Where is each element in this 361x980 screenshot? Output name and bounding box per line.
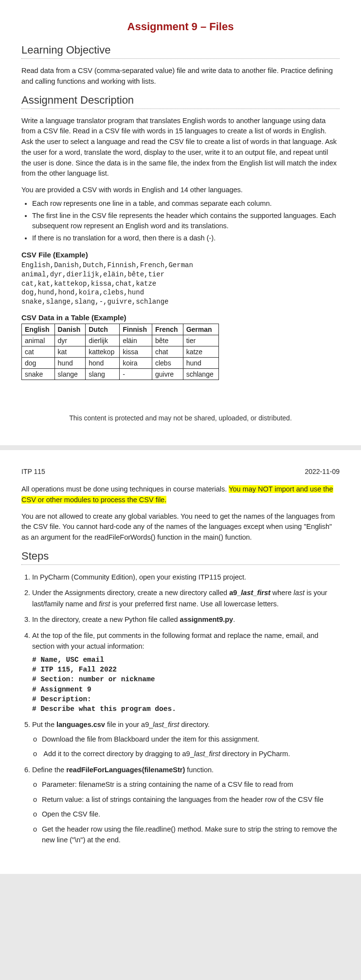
text: Put the [32, 721, 56, 728]
td: katze [183, 346, 218, 358]
page-1: Assignment 9 – Files Learning Objective … [0, 0, 361, 445]
ital: last [293, 589, 305, 597]
th: Danish [54, 324, 86, 335]
text: All operations must be done using techni… [21, 485, 229, 493]
td: clebs [152, 358, 183, 369]
text: file in your a9_ [105, 721, 153, 728]
sub-item: Get the header row using the file.readli… [42, 824, 340, 846]
td: chat [152, 346, 183, 358]
learning-text: Read data from a CSV (comma-separated va… [21, 66, 340, 87]
th: Finnish [120, 324, 152, 335]
divider [21, 58, 340, 59]
ital: last_first [153, 721, 179, 728]
sub-item: Return value: a list of strings containi… [42, 794, 340, 805]
text: is your preferred first name. Use all lo… [110, 600, 279, 608]
td: slange [54, 369, 86, 380]
step-3: In the directory, create a new Python fi… [32, 614, 340, 625]
td: hund [54, 358, 86, 369]
divider [21, 564, 340, 565]
td: dog [22, 358, 55, 369]
divider [21, 109, 340, 109]
course-code: ITP 115 [21, 468, 45, 475]
csv-table: English Danish Dutch Finnish French Germ… [21, 324, 219, 380]
step-5: Put the languages.csv file in your a9_la… [32, 719, 340, 760]
sub-item: Download the file from Blackboard under … [42, 734, 340, 744]
td: hond [86, 358, 120, 369]
desc-p1: Write a language translator program that… [21, 116, 340, 180]
td: kissa [120, 346, 152, 358]
section-description: Assignment Description [21, 94, 340, 107]
sub-item: Add it to the correct directory by dragg… [42, 748, 340, 759]
csv-table-head: CSV Data in a Table (Example) [21, 313, 340, 322]
p2-restriction: All operations must be done using techni… [21, 484, 340, 506]
th: French [152, 324, 183, 335]
ital: first [99, 600, 110, 608]
text: where [271, 589, 294, 597]
doc-title: Assignment 9 – Files [21, 20, 340, 33]
sub-list: Parameter: filenameStr is a string conta… [32, 779, 340, 845]
text: Under the Assignments directory, create … [32, 589, 229, 597]
desc-p2: You are provided a CSV with words in Eng… [21, 185, 340, 196]
bold: languages.csv [56, 721, 105, 728]
bold: assignment9.py [180, 616, 234, 623]
bullet: If there is no translation for a word, t… [32, 233, 340, 244]
td: cat [22, 346, 55, 358]
page-2: ITP 115 2022-11-09 All operations must b… [0, 450, 361, 874]
section-steps: Steps [21, 550, 340, 563]
bullet: The first line in the CSV file represent… [32, 211, 340, 232]
text: . [233, 616, 235, 623]
td: koira [120, 358, 152, 369]
th: Dutch [86, 324, 120, 335]
text: Define the [32, 766, 66, 774]
td: kattekop [86, 346, 120, 358]
section-learning: Learning Objective [21, 44, 340, 56]
p2-globals: You are not allowed to create any global… [21, 511, 340, 543]
text: Add it to the correct directory by dragg… [43, 750, 194, 758]
code-comment: # Name, USC email # ITP 115, Fall 2022 #… [32, 655, 340, 714]
step-1: In PyCharm (Community Edition), open you… [32, 572, 340, 582]
steps-list: In PyCharm (Community Edition), open you… [21, 572, 340, 846]
th: English [22, 324, 55, 335]
page-date: 2022-11-09 [305, 468, 340, 475]
text: In the directory, create a new Python fi… [32, 616, 180, 623]
text: directory. [179, 721, 210, 728]
td: eläin [120, 335, 152, 346]
td: guivre [152, 369, 183, 380]
sub-item: Open the CSV file. [42, 809, 340, 819]
td: animal [22, 335, 55, 346]
td: bête [152, 335, 183, 346]
bold: readFileForLanguages(filenameStr) [66, 766, 185, 774]
footer-note: This content is protected and may not be… [21, 414, 340, 422]
td: hund [183, 358, 218, 369]
text: directory in PyCharm. [220, 750, 290, 758]
ital: last_first [194, 750, 220, 758]
desc-bullets: Each row represents one line in a table,… [21, 199, 340, 244]
step-2: Under the Assignments directory, create … [32, 587, 340, 609]
td: snake [22, 369, 55, 380]
td: kat [54, 346, 86, 358]
td: dyr [54, 335, 86, 346]
td: tier [183, 335, 218, 346]
sub-item: Parameter: filenameStr is a string conta… [42, 779, 340, 790]
text: function. [185, 766, 214, 774]
page-header: ITP 115 2022-11-09 [21, 468, 340, 475]
td: dierlijk [86, 335, 120, 346]
step-6: Define the readFileForLanguages(filename… [32, 764, 340, 846]
bold: a9_a9_last_firstlast_first [229, 589, 271, 597]
step-4: At the top of the file, put comments in … [32, 630, 340, 714]
td: slang [86, 369, 120, 380]
bullet: Each row represents one line in a table,… [32, 199, 340, 209]
csv-file-head: CSV File (Example) [21, 251, 340, 259]
td: - [120, 369, 152, 380]
td: schlange [183, 369, 218, 380]
csv-block: English,Danish,Dutch,Finnish,French,Germ… [21, 261, 340, 307]
text: At the top of the file, put comments in … [32, 632, 318, 650]
th: German [183, 324, 218, 335]
sub-list: Download the file from Blackboard under … [32, 734, 340, 760]
